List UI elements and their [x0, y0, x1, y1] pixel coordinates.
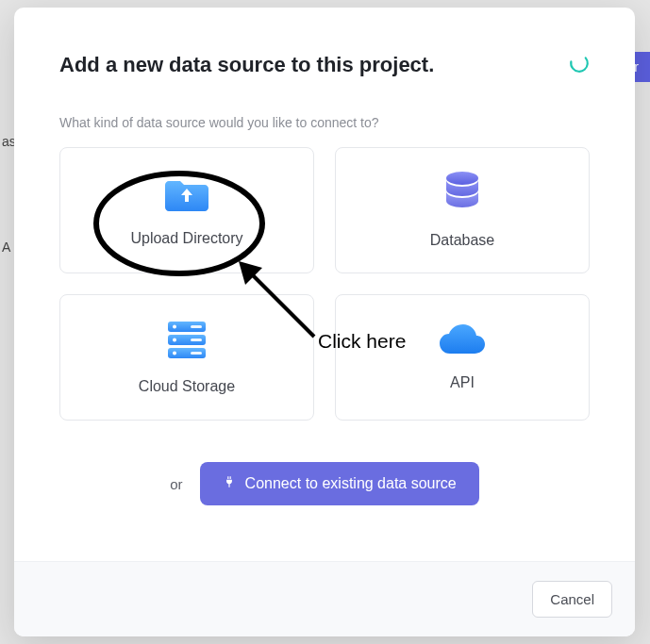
svg-point-6: [173, 339, 176, 342]
card-database[interactable]: Database: [335, 147, 590, 273]
cancel-button[interactable]: Cancel: [532, 581, 612, 618]
card-label: Upload Directory: [130, 230, 242, 247]
or-label: or: [170, 476, 182, 492]
svg-rect-8: [191, 325, 202, 328]
svg-point-7: [173, 352, 176, 355]
card-api[interactable]: API: [335, 294, 590, 421]
card-upload-directory[interactable]: Upload Directory: [59, 147, 314, 273]
modal-header: Add a new data source to this project.: [14, 8, 635, 77]
modal-subtitle: What kind of data source would you like …: [59, 115, 590, 130]
cloud-icon: [439, 323, 486, 359]
data-source-grid: Upload Directory: [59, 147, 590, 421]
svg-point-0: [569, 53, 590, 74]
background-text-fragment-2: A: [0, 238, 12, 256]
folder-upload-icon: [165, 173, 208, 215]
svg-point-5: [173, 325, 176, 329]
card-label: API: [450, 374, 475, 391]
plug-icon: [223, 475, 236, 492]
modal-title: Add a new data source to this project.: [59, 53, 434, 77]
svg-rect-9: [191, 339, 202, 341]
card-cloud-storage[interactable]: Cloud Storage: [59, 294, 314, 421]
loading-spinner-icon: [569, 53, 590, 77]
card-label: Cloud Storage: [139, 378, 235, 395]
server-stack-icon: [166, 320, 208, 363]
database-icon: [443, 172, 481, 217]
or-row: or Connect to existing data source: [59, 462, 590, 505]
add-data-source-modal: Add a new data source to this project. W…: [14, 8, 635, 636]
modal-footer: Cancel: [14, 561, 635, 636]
svg-rect-10: [191, 352, 202, 355]
connect-existing-button[interactable]: Connect to existing data source: [200, 462, 479, 505]
modal-body: What kind of data source would you like …: [14, 77, 635, 533]
card-label: Database: [430, 232, 495, 249]
connect-existing-label: Connect to existing data source: [245, 475, 457, 492]
svg-point-1: [446, 172, 478, 185]
